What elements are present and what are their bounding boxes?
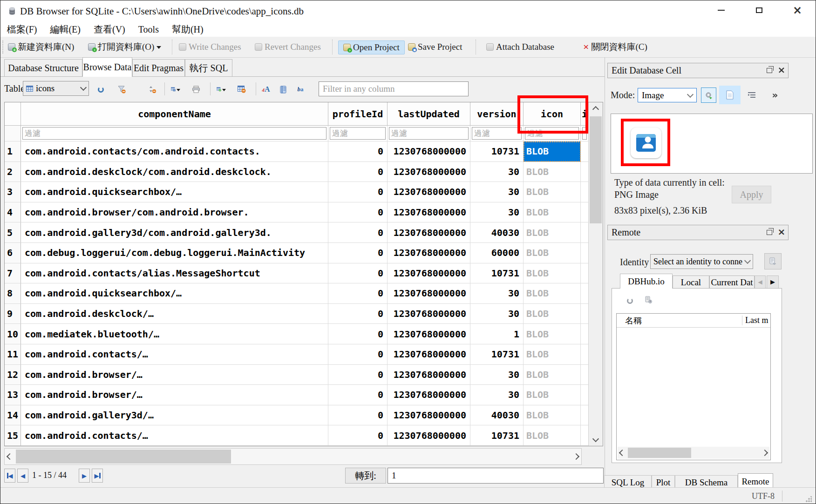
column-header-profileId[interactable]: profileId [328,102,388,126]
tab-browse-data[interactable]: Browse Data [82,57,132,77]
cell-lastUpdated[interactable]: 1230768000000 [388,141,470,162]
column-header-lastUpdated[interactable]: lastUpdated [388,102,470,126]
cell-profileId[interactable]: 0 [328,263,388,284]
cell-lastUpdated[interactable]: 1230768000000 [388,263,470,284]
cell-icon-blob[interactable]: BLOB [524,324,581,344]
delete-record-button[interactable] [237,85,246,94]
write-changes-button[interactable]: Write Changes [177,40,243,54]
text-mode-button[interactable] [719,86,741,104]
cell-partial[interactable] [581,141,589,162]
cell-icon-blob[interactable]: BLOB [524,202,581,223]
grid-corner-cell[interactable] [5,102,21,126]
previous-page-button[interactable]: ◀ [17,469,28,483]
cell-icon-blob[interactable]: BLOB [524,141,581,162]
column-filter-input[interactable] [389,127,469,140]
table-select[interactable]: icons [23,81,89,96]
cell-componentName[interactable]: com.android.gallery3d/com.android.galler… [21,222,328,243]
toolbar-grip[interactable] [2,40,5,54]
column-filter-input[interactable] [330,127,386,140]
remote-list-col-lastmodified[interactable]: Last m [742,316,770,325]
revert-changes-button[interactable]: Revert Changes [253,40,322,54]
scroll-left-button[interactable] [618,447,627,459]
word-wrap-button[interactable] [746,89,758,101]
column-filter-input[interactable] [22,127,326,140]
row-number-cell[interactable]: 1 [5,141,21,162]
row-number-cell[interactable]: 10 [5,324,21,344]
identity-import-button[interactable] [764,253,782,269]
cell-lastUpdated[interactable]: 1230768000000 [388,162,470,182]
font-size-button[interactable]: 4A [261,85,271,94]
row-number-cell[interactable]: 11 [5,344,21,365]
cell-lastUpdated[interactable]: 1230768000000 [388,243,470,263]
cell-icon-blob[interactable]: BLOB [524,385,581,405]
column-filter-input[interactable] [472,127,522,140]
cell-componentName[interactable]: com.android.deskclock/com.android.deskcl… [21,162,328,182]
cell-version[interactable]: 30 [470,304,524,324]
tab-edit-pragmas[interactable]: Edit Pragmas [132,59,185,76]
cell-partial[interactable] [581,365,589,385]
apply-button[interactable]: Apply [732,186,771,203]
save-view-button[interactable] [171,85,180,94]
menu-file[interactable]: 檔案(F) [0,22,43,37]
tab-execute-sql[interactable]: 執行 SQL [185,59,232,76]
cell-profileId[interactable]: 0 [328,243,388,263]
save-view-dropdown-arrow[interactable] [177,89,180,93]
remote-list-horizontal-scrollbar[interactable] [618,447,769,459]
cell-componentName[interactable]: com.debug.loggerui/com.debug.loggerui.Ma… [21,243,328,263]
cell-componentName[interactable]: com.android.quicksearchbox/… [21,182,328,202]
close-button[interactable]: × [784,0,810,20]
cell-version[interactable]: 40030 [470,405,524,426]
row-number-cell[interactable]: 15 [5,425,21,446]
cell-icon-blob[interactable]: BLOB [524,405,581,426]
scroll-right-button[interactable] [760,447,769,459]
row-number-cell[interactable]: 4 [5,202,21,223]
new-database-button[interactable]: + 新建資料庫(N) [7,40,75,54]
cell-lastUpdated[interactable]: 1230768000000 [388,202,470,223]
menu-edit[interactable]: 編輯(E) [43,22,87,37]
cell-partial[interactable] [581,425,589,446]
row-number-cell[interactable]: 9 [5,304,21,324]
cell-lastUpdated[interactable]: 1230768000000 [388,365,470,385]
column-header-icon[interactable]: icon [524,102,581,126]
cell-lastUpdated[interactable]: 1230768000000 [388,283,470,304]
column-header-version[interactable]: version [470,102,524,126]
cell-lastUpdated[interactable]: 1230768000000 [388,304,470,324]
cell-lastUpdated[interactable]: 1230768000000 [388,344,470,365]
first-page-button[interactable]: ◀ [4,469,15,483]
cell-profileId[interactable]: 0 [328,385,388,405]
cell-componentName[interactable]: com.android.contacts/… [21,425,328,446]
encoding-button[interactable]: ba [296,85,305,94]
next-page-button[interactable]: ▶ [79,469,90,483]
vertical-scroll-thumb[interactable] [590,116,602,223]
cell-componentName[interactable]: com.android.contacts/… [21,344,328,365]
cell-profileId[interactable]: 0 [328,365,388,385]
cell-icon-blob[interactable]: BLOB [524,263,581,284]
cell-version[interactable]: 10731 [470,263,524,284]
open-database-button[interactable]: › 打開資料庫(O) [87,40,163,54]
cell-version[interactable]: 60000 [470,243,524,263]
cell-componentName[interactable]: com.android.deskclock/… [21,304,328,324]
cell-icon-blob[interactable]: BLOB [524,162,581,182]
mode-select[interactable]: Image [638,88,697,102]
goto-record-input[interactable] [388,468,604,484]
cell-lastUpdated[interactable]: 1230768000000 [388,405,470,426]
column-filter-input[interactable] [582,127,587,140]
cell-partial[interactable] [581,405,589,426]
cell-icon-blob[interactable]: BLOB [524,365,581,385]
row-number-cell[interactable]: 12 [5,365,21,385]
goto-button[interactable]: 轉到: [345,468,386,484]
import-data-button[interactable] [701,87,716,103]
minimize-button[interactable] [708,0,734,20]
row-number-cell[interactable]: 14 [5,405,21,426]
cell-version[interactable]: 10731 [470,425,524,446]
cell-profileId[interactable]: 0 [328,425,388,446]
cell-partial[interactable] [581,283,589,304]
remote-tab-local[interactable]: Local [673,276,709,289]
remote-list-col-name[interactable]: 名稱 [617,315,742,326]
cell-version[interactable]: 30 [470,385,524,405]
column-filter-input[interactable] [525,127,579,140]
row-number-cell[interactable]: 6 [5,243,21,263]
open-project-button[interactable]: › Open Project [338,40,405,54]
save-project-button[interactable]: ▪ Save Project [407,40,464,54]
cell-profileId[interactable]: 0 [328,182,388,202]
